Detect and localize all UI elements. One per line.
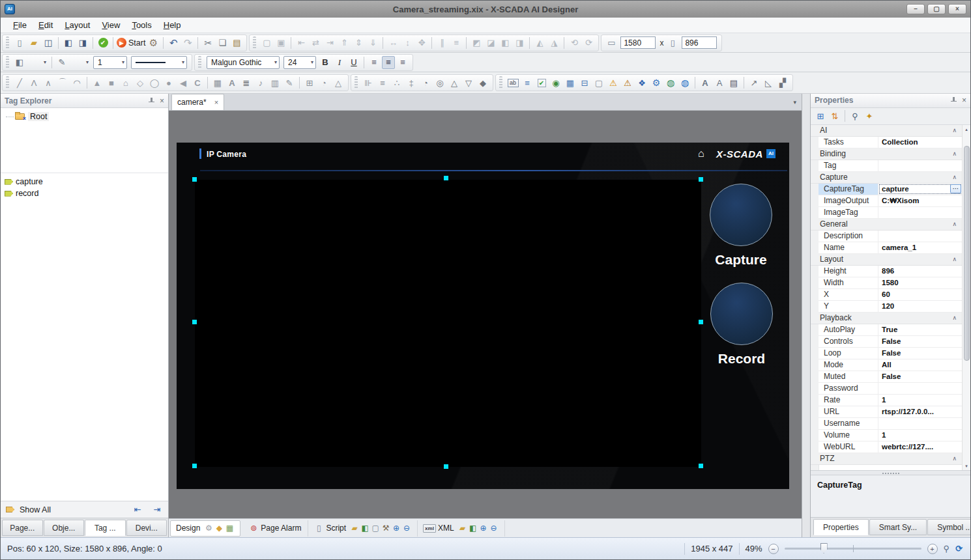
property-value[interactable] <box>878 160 962 171</box>
alarm-viewer-icon[interactable]: ⚠ <box>621 76 634 89</box>
panel-tab[interactable]: Obje... <box>44 520 85 536</box>
rotate-right-icon[interactable]: ⟳ <box>582 36 595 49</box>
align-text-left-button[interactable]: ≡ <box>368 56 381 69</box>
property-row[interactable]: ImageOutput C:₩Xisom <box>819 195 962 207</box>
property-value[interactable]: All <box>878 359 962 371</box>
tag-list-item[interactable]: record <box>3 188 166 199</box>
align-top-icon[interactable]: ⇑ <box>338 36 351 49</box>
zoom-100-icon[interactable]: ⚲ <box>944 544 950 553</box>
ungroup-icon[interactable]: ▣ <box>274 36 287 49</box>
column-chart-icon[interactable]: ⊪ <box>362 76 375 89</box>
zoom-slider[interactable] <box>785 548 921 550</box>
save-as-icon[interactable]: ◨ <box>76 36 89 49</box>
close-tab-icon[interactable]: × <box>214 99 218 105</box>
property-value[interactable]: 1580 <box>878 277 962 288</box>
collapse-icon[interactable]: ∧ <box>952 315 957 321</box>
paste-icon[interactable]: ▤ <box>230 36 243 49</box>
line-chart-icon[interactable]: ↗ <box>747 76 761 89</box>
panel-splitter[interactable] <box>802 94 810 537</box>
fill-color-icon[interactable]: ◧ <box>13 56 26 69</box>
description-splitter[interactable] <box>811 470 970 475</box>
run-options-icon[interactable]: ⚙ <box>147 36 160 49</box>
document-tab[interactable]: camera* × <box>171 94 224 110</box>
fill-color-swatch[interactable] <box>27 56 40 69</box>
prev-tag-page-icon[interactable]: ⇤ <box>131 503 144 516</box>
list-tool-icon[interactable]: ≣ <box>240 76 253 89</box>
property-row[interactable]: Width 1580 <box>819 277 962 289</box>
collapse-icon[interactable]: ∧ <box>952 455 957 462</box>
pin-icon[interactable] <box>951 97 957 104</box>
tab-list-dropdown-icon[interactable]: ▾ <box>793 99 796 105</box>
xml-save-icon[interactable]: ◧ <box>468 524 478 533</box>
tree-item-root[interactable]: Root <box>3 111 166 122</box>
alarm-control-icon[interactable]: ⚠ <box>607 76 620 89</box>
collapse-icon[interactable]: ∧ <box>952 150 957 157</box>
line-color-swatch[interactable] <box>70 56 83 69</box>
stock-chart-icon[interactable]: ▞ <box>776 76 789 89</box>
group-icon[interactable]: ▢ <box>260 36 273 49</box>
property-value[interactable] <box>878 383 962 394</box>
property-row[interactable]: Tag <box>819 160 962 172</box>
script-zoom-in-icon[interactable]: ⊕ <box>391 524 401 533</box>
bring-forward-icon[interactable]: ◧ <box>499 36 512 49</box>
property-row[interactable]: URL rtsp://127.0.0... <box>819 406 962 418</box>
property-row[interactable]: ImageTag <box>819 207 962 219</box>
media-tool-icon[interactable]: ♪ <box>254 76 267 89</box>
combobox-control-icon[interactable]: ≡ <box>521 76 534 89</box>
zoom-out-button[interactable]: − <box>768 544 779 554</box>
text-tool-icon[interactable]: A <box>225 76 239 89</box>
refresh-icon[interactable]: ⟳ <box>955 544 963 553</box>
panel-tab[interactable]: Page... <box>2 520 43 536</box>
pin-icon[interactable] <box>149 98 154 104</box>
property-row[interactable]: Username <box>819 418 962 430</box>
close-panel-icon[interactable]: × <box>962 97 966 104</box>
property-row[interactable]: CaptureTag capture ⋯ <box>819 184 962 195</box>
page-alarm-button[interactable]: ⊚ Page Alarm <box>243 520 308 537</box>
zoom-slider-thumb[interactable] <box>820 543 828 553</box>
property-value[interactable]: Collection <box>878 137 962 148</box>
property-value[interactable]: False <box>878 348 962 359</box>
block-arrow-tool-icon[interactable]: ◀ <box>177 76 190 89</box>
menu-item[interactable]: Help <box>158 18 187 32</box>
pentagon-tool-icon[interactable]: ⌂ <box>119 76 132 89</box>
curve-tool-icon[interactable]: ∧ <box>42 76 55 89</box>
same-width-icon[interactable]: ↔ <box>386 36 399 49</box>
selection-handle[interactable] <box>699 464 703 468</box>
selection-handle[interactable] <box>192 177 197 182</box>
menu-item[interactable]: Edit <box>33 18 59 32</box>
space-vertical-icon[interactable]: ≡ <box>450 36 463 49</box>
design-settings-icon[interactable]: ⚙ <box>203 524 214 533</box>
area-chart-icon[interactable]: ◺ <box>762 76 775 89</box>
property-row[interactable]: Y 120 <box>819 301 962 313</box>
font-size-combo[interactable]: 24▾ <box>283 56 316 69</box>
align-text-right-button[interactable]: ≡ <box>396 56 409 69</box>
maximize-button[interactable]: ▢ <box>927 4 946 14</box>
home-icon[interactable]: ⌂ <box>698 148 704 160</box>
panel-tab[interactable]: Properties <box>813 519 869 535</box>
rotate-left-icon[interactable]: ⟲ <box>568 36 581 49</box>
panel-tab[interactable]: Tag ... <box>85 520 126 536</box>
web-browser-icon[interactable]: ◍ <box>664 76 677 89</box>
property-row[interactable]: Muted False <box>819 371 962 383</box>
network-icon[interactable]: ◍ <box>678 76 691 89</box>
align-bottom-icon[interactable]: ⇓ <box>366 36 379 49</box>
same-height-icon[interactable]: ↕ <box>401 36 414 49</box>
property-search-icon[interactable]: ⚲ <box>848 109 862 122</box>
property-category[interactable]: PTZ ∧ <box>811 453 962 465</box>
video-element[interactable] <box>195 180 701 467</box>
selection-handle[interactable] <box>192 320 197 324</box>
property-value[interactable]: 120 <box>878 301 962 312</box>
alphabetical-sort-icon[interactable]: ⇅ <box>828 109 841 122</box>
script-save-icon[interactable]: ◧ <box>360 524 370 533</box>
property-value[interactable]: True <box>878 324 962 335</box>
redo-icon[interactable]: ↷ <box>181 36 194 49</box>
draw-tool-icon[interactable]: ✎ <box>283 76 296 89</box>
candlestick-chart-icon[interactable]: ‡ <box>405 76 418 89</box>
clock-label-icon[interactable]: A <box>713 76 726 89</box>
cone-tool-icon[interactable]: △ <box>332 76 345 89</box>
xml-zoom-out-icon[interactable]: ⊖ <box>489 524 499 533</box>
scatter-chart-icon[interactable]: ∴ <box>390 76 403 89</box>
open-file-icon[interactable]: ▰ <box>27 36 40 49</box>
script-label[interactable]: Script <box>326 524 346 533</box>
property-value[interactable] <box>878 231 962 242</box>
